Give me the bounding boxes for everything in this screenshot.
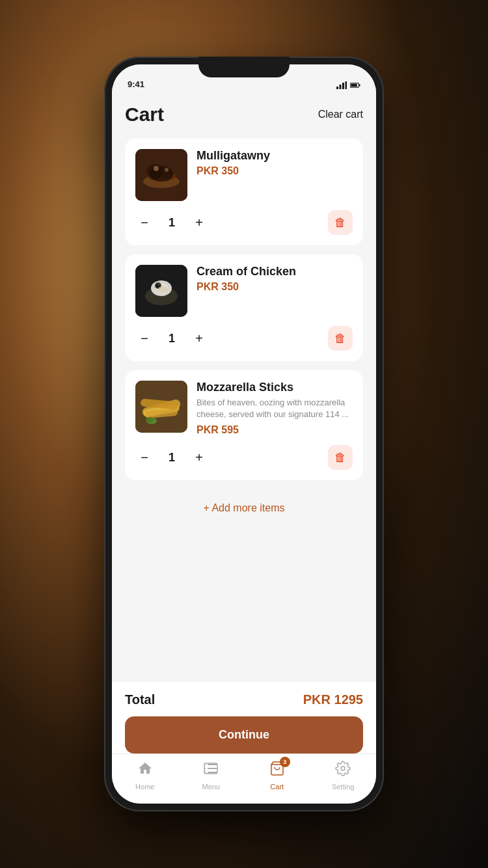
item-name-3: Mozzarella Sticks <box>197 381 353 394</box>
continue-button[interactable]: Continue <box>125 716 363 753</box>
item-image-svg-2 <box>135 265 187 317</box>
tab-cart[interactable]: 3 Cart <box>244 761 310 791</box>
tab-menu[interactable]: Menu <box>178 761 245 791</box>
item-image-1 <box>135 149 187 201</box>
status-icons <box>336 81 360 89</box>
cart-badge: 3 <box>280 757 290 767</box>
item-info-2: Cream of Chicken PKR 350 <box>197 265 353 317</box>
item-image-3 <box>135 381 187 433</box>
svg-point-14 <box>165 168 169 172</box>
cart-item-2: Cream of Chicken PKR 350 − 1 + 🗑 <box>125 254 363 361</box>
total-amount: PKR 1295 <box>303 692 363 707</box>
tab-bar: Home Menu 3 <box>112 753 376 804</box>
qty-value-1: 1 <box>165 216 178 230</box>
svg-rect-1 <box>340 85 342 89</box>
item-description-3: Bites of heaven, oozing with mozzarella … <box>197 397 353 420</box>
phone-frame: 9:41 Cart Clear cart <box>104 57 384 811</box>
item-info-1: Mulligatawny PKR 350 <box>197 149 353 201</box>
phone-screen: 9:41 Cart Clear cart <box>112 64 376 804</box>
trash-icon-2: 🗑 <box>334 332 346 346</box>
item-controls-1: − 1 + 🗑 <box>135 210 353 235</box>
item-name-1: Mulligatawny <box>197 149 353 163</box>
page-title: Cart <box>125 103 164 126</box>
item-price-1: PKR 350 <box>197 165 353 177</box>
add-more-button[interactable]: + Add more items <box>125 489 363 527</box>
increase-qty-btn-2[interactable]: + <box>190 329 208 347</box>
cart-item-3: Mozzarella Sticks Bites of heaven, oozin… <box>125 370 363 480</box>
item-image-svg-1 <box>135 149 187 201</box>
tab-setting-label: Setting <box>332 783 354 791</box>
cart-icon: 3 <box>269 761 285 780</box>
cart-item-1: Mulligatawny PKR 350 − 1 + 🗑 <box>125 139 363 245</box>
svg-rect-5 <box>359 84 360 86</box>
tab-setting[interactable]: Setting <box>310 761 377 791</box>
signal-icon <box>336 81 347 89</box>
quantity-row-3: − 1 + <box>135 448 208 467</box>
trash-icon-1: 🗑 <box>334 216 346 230</box>
battery-icon <box>350 81 360 89</box>
item-price-3: PKR 595 <box>197 424 353 436</box>
svg-point-12 <box>150 166 173 182</box>
item-controls-2: − 1 + 🗑 <box>135 326 353 351</box>
increase-qty-btn-3[interactable]: + <box>190 448 208 467</box>
svg-point-23 <box>157 286 168 293</box>
svg-rect-3 <box>346 81 347 89</box>
item-image-svg-3 <box>135 381 187 433</box>
item-image-2 <box>135 265 187 317</box>
svg-rect-2 <box>342 83 344 89</box>
status-time: 9:41 <box>128 79 144 89</box>
delete-btn-1[interactable]: 🗑 <box>328 210 353 235</box>
menu-icon <box>203 761 219 780</box>
delete-btn-2[interactable]: 🗑 <box>328 326 353 351</box>
clear-cart-button[interactable]: Clear cart <box>318 109 363 120</box>
svg-rect-0 <box>336 87 338 89</box>
tab-home-label: Home <box>135 783 154 791</box>
bottom-section: Total PKR 1295 Continue <box>112 682 376 753</box>
increase-qty-btn-1[interactable]: + <box>190 213 208 232</box>
item-name-2: Cream of Chicken <box>197 265 353 278</box>
svg-point-30 <box>146 417 154 422</box>
quantity-row-1: − 1 + <box>135 213 208 232</box>
total-row: Total PKR 1295 <box>125 692 363 707</box>
notch <box>198 57 290 77</box>
setting-icon <box>335 761 351 780</box>
main-content: Cart Clear cart <box>112 93 376 682</box>
decrease-qty-btn-1[interactable]: − <box>135 213 154 232</box>
svg-point-22 <box>158 284 159 286</box>
item-controls-3: − 1 + 🗑 <box>135 445 353 470</box>
qty-value-2: 1 <box>165 332 178 346</box>
tab-home[interactable]: Home <box>112 761 178 791</box>
total-label: Total <box>125 692 155 707</box>
decrease-qty-btn-3[interactable]: − <box>135 448 154 467</box>
item-price-2: PKR 350 <box>197 281 353 293</box>
tab-menu-label: Menu <box>202 783 220 791</box>
tab-cart-label: Cart <box>270 783 284 791</box>
svg-rect-6 <box>351 84 357 87</box>
trash-icon-3: 🗑 <box>334 451 346 465</box>
quantity-row-2: − 1 + <box>135 329 208 347</box>
qty-value-3: 1 <box>165 451 178 465</box>
home-icon <box>137 761 153 780</box>
item-info-3: Mozzarella Sticks Bites of heaven, oozin… <box>197 381 353 436</box>
header: Cart Clear cart <box>125 103 363 126</box>
svg-point-33 <box>341 766 345 770</box>
decrease-qty-btn-2[interactable]: − <box>135 329 154 347</box>
svg-point-13 <box>154 166 159 171</box>
delete-btn-3[interactable]: 🗑 <box>328 445 353 470</box>
